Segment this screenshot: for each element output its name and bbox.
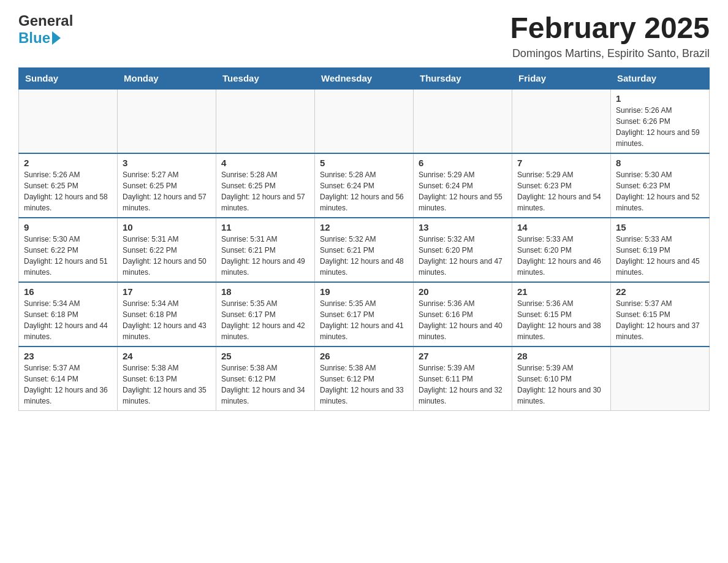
day-info: Sunrise: 5:36 AMSunset: 6:15 PMDaylight:… [517, 298, 605, 342]
day-number: 21 [517, 286, 605, 297]
day-number: 28 [517, 351, 605, 361]
day-number: 11 [221, 222, 309, 232]
calendar-cell [315, 89, 414, 153]
day-number: 1 [616, 93, 704, 104]
day-number: 8 [616, 158, 704, 168]
calendar-cell [19, 89, 118, 153]
header-friday: Friday [512, 67, 611, 89]
day-number: 5 [320, 158, 408, 168]
calendar-cell: 9Sunrise: 5:30 AMSunset: 6:22 PMDaylight… [19, 218, 118, 282]
day-info: Sunrise: 5:31 AMSunset: 6:22 PMDaylight:… [123, 234, 211, 278]
calendar-week-row: 23Sunrise: 5:37 AMSunset: 6:14 PMDayligh… [19, 347, 710, 411]
day-info: Sunrise: 5:33 AMSunset: 6:20 PMDaylight:… [517, 234, 605, 278]
calendar-cell: 8Sunrise: 5:30 AMSunset: 6:23 PMDaylight… [611, 153, 710, 218]
location-subtitle: Domingos Martins, Espirito Santo, Brazil [510, 47, 710, 60]
calendar-cell: 17Sunrise: 5:34 AMSunset: 6:18 PMDayligh… [118, 282, 216, 347]
calendar-cell: 14Sunrise: 5:33 AMSunset: 6:20 PMDayligh… [512, 218, 611, 282]
day-number: 2 [24, 158, 112, 168]
day-info: Sunrise: 5:28 AMSunset: 6:24 PMDaylight:… [320, 169, 408, 213]
header-tuesday: Tuesday [216, 67, 315, 89]
calendar-cell: 21Sunrise: 5:36 AMSunset: 6:15 PMDayligh… [512, 282, 611, 347]
day-number: 23 [24, 351, 112, 361]
day-number: 14 [517, 222, 605, 232]
calendar-cell: 16Sunrise: 5:34 AMSunset: 6:18 PMDayligh… [19, 282, 118, 347]
day-number: 13 [419, 222, 507, 232]
calendar-cell: 2Sunrise: 5:26 AMSunset: 6:25 PMDaylight… [19, 153, 118, 218]
day-number: 17 [123, 286, 211, 297]
day-number: 3 [123, 158, 211, 168]
calendar-week-row: 1Sunrise: 5:26 AMSunset: 6:26 PMDaylight… [19, 89, 710, 153]
day-info: Sunrise: 5:38 AMSunset: 6:12 PMDaylight:… [320, 362, 408, 407]
calendar-cell: 26Sunrise: 5:38 AMSunset: 6:12 PMDayligh… [315, 347, 414, 411]
day-info: Sunrise: 5:34 AMSunset: 6:18 PMDaylight:… [24, 298, 112, 342]
day-info: Sunrise: 5:30 AMSunset: 6:22 PMDaylight:… [24, 234, 112, 278]
calendar-cell: 19Sunrise: 5:35 AMSunset: 6:17 PMDayligh… [315, 282, 414, 347]
day-info: Sunrise: 5:26 AMSunset: 6:25 PMDaylight:… [24, 169, 112, 213]
day-number: 16 [24, 286, 112, 297]
day-number: 19 [320, 286, 408, 297]
calendar-cell: 12Sunrise: 5:32 AMSunset: 6:21 PMDayligh… [315, 218, 414, 282]
calendar-cell: 18Sunrise: 5:35 AMSunset: 6:17 PMDayligh… [216, 282, 315, 347]
calendar-week-row: 2Sunrise: 5:26 AMSunset: 6:25 PMDaylight… [19, 153, 710, 218]
day-info: Sunrise: 5:33 AMSunset: 6:19 PMDaylight:… [616, 234, 704, 278]
calendar-cell: 24Sunrise: 5:38 AMSunset: 6:13 PMDayligh… [118, 347, 216, 411]
month-title: February 2025 [510, 12, 710, 45]
day-info: Sunrise: 5:31 AMSunset: 6:21 PMDaylight:… [221, 234, 309, 278]
calendar-table: Sunday Monday Tuesday Wednesday Thursday… [18, 67, 710, 411]
day-info: Sunrise: 5:36 AMSunset: 6:16 PMDaylight:… [419, 298, 507, 342]
logo-general-text: General [18, 12, 73, 29]
calendar-cell: 1Sunrise: 5:26 AMSunset: 6:26 PMDaylight… [611, 89, 710, 153]
calendar-cell: 15Sunrise: 5:33 AMSunset: 6:19 PMDayligh… [611, 218, 710, 282]
day-info: Sunrise: 5:38 AMSunset: 6:13 PMDaylight:… [123, 362, 211, 407]
day-number: 10 [123, 222, 211, 232]
calendar-cell: 27Sunrise: 5:39 AMSunset: 6:11 PMDayligh… [414, 347, 512, 411]
calendar-cell: 22Sunrise: 5:37 AMSunset: 6:15 PMDayligh… [611, 282, 710, 347]
day-info: Sunrise: 5:39 AMSunset: 6:10 PMDaylight:… [517, 362, 605, 407]
day-info: Sunrise: 5:28 AMSunset: 6:25 PMDaylight:… [221, 169, 309, 213]
calendar-cell: 25Sunrise: 5:38 AMSunset: 6:12 PMDayligh… [216, 347, 315, 411]
calendar-cell: 5Sunrise: 5:28 AMSunset: 6:24 PMDaylight… [315, 153, 414, 218]
day-number: 12 [320, 222, 408, 232]
calendar-cell: 4Sunrise: 5:28 AMSunset: 6:25 PMDaylight… [216, 153, 315, 218]
day-number: 15 [616, 222, 704, 232]
header-thursday: Thursday [414, 67, 512, 89]
day-info: Sunrise: 5:30 AMSunset: 6:23 PMDaylight:… [616, 169, 704, 213]
day-number: 18 [221, 286, 309, 297]
day-info: Sunrise: 5:38 AMSunset: 6:12 PMDaylight:… [221, 362, 309, 407]
day-number: 26 [320, 351, 408, 361]
logo-blue-text: Blue [18, 29, 61, 47]
calendar-cell: 10Sunrise: 5:31 AMSunset: 6:22 PMDayligh… [118, 218, 216, 282]
calendar-cell: 13Sunrise: 5:32 AMSunset: 6:20 PMDayligh… [414, 218, 512, 282]
day-info: Sunrise: 5:35 AMSunset: 6:17 PMDaylight:… [221, 298, 309, 342]
calendar-cell: 11Sunrise: 5:31 AMSunset: 6:21 PMDayligh… [216, 218, 315, 282]
day-number: 7 [517, 158, 605, 168]
calendar-week-row: 16Sunrise: 5:34 AMSunset: 6:18 PMDayligh… [19, 282, 710, 347]
day-info: Sunrise: 5:37 AMSunset: 6:14 PMDaylight:… [24, 362, 112, 407]
calendar-cell [118, 89, 216, 153]
day-number: 4 [221, 158, 309, 168]
day-info: Sunrise: 5:37 AMSunset: 6:15 PMDaylight:… [616, 298, 704, 342]
header-monday: Monday [118, 67, 216, 89]
day-info: Sunrise: 5:34 AMSunset: 6:18 PMDaylight:… [123, 298, 211, 342]
page-header: General Blue February 2025 Domingos Mart… [18, 12, 710, 60]
day-number: 9 [24, 222, 112, 232]
day-number: 25 [221, 351, 309, 361]
day-number: 27 [419, 351, 507, 361]
day-info: Sunrise: 5:29 AMSunset: 6:24 PMDaylight:… [419, 169, 507, 213]
logo-arrow-icon [52, 31, 61, 45]
title-section: February 2025 Domingos Martins, Espirito… [510, 12, 710, 60]
day-info: Sunrise: 5:29 AMSunset: 6:23 PMDaylight:… [517, 169, 605, 213]
day-info: Sunrise: 5:27 AMSunset: 6:25 PMDaylight:… [123, 169, 211, 213]
calendar-week-row: 9Sunrise: 5:30 AMSunset: 6:22 PMDaylight… [19, 218, 710, 282]
day-info: Sunrise: 5:32 AMSunset: 6:20 PMDaylight:… [419, 234, 507, 278]
header-wednesday: Wednesday [315, 67, 414, 89]
calendar-cell: 7Sunrise: 5:29 AMSunset: 6:23 PMDaylight… [512, 153, 611, 218]
day-info: Sunrise: 5:32 AMSunset: 6:21 PMDaylight:… [320, 234, 408, 278]
header-saturday: Saturday [611, 67, 710, 89]
calendar-cell: 6Sunrise: 5:29 AMSunset: 6:24 PMDaylight… [414, 153, 512, 218]
day-number: 22 [616, 286, 704, 297]
calendar-cell: 20Sunrise: 5:36 AMSunset: 6:16 PMDayligh… [414, 282, 512, 347]
logo: General Blue [18, 12, 73, 47]
day-info: Sunrise: 5:35 AMSunset: 6:17 PMDaylight:… [320, 298, 408, 342]
day-number: 20 [419, 286, 507, 297]
